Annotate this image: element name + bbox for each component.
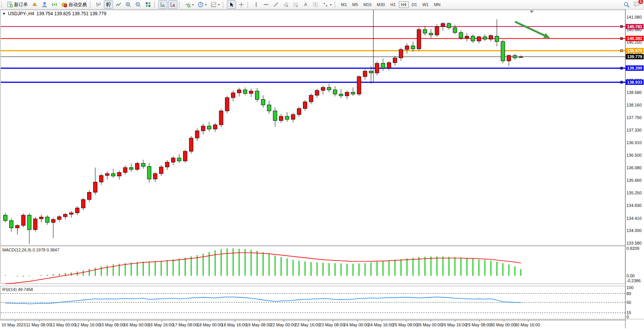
candle-body <box>507 56 511 61</box>
templates-button[interactable]: ▾ <box>209 0 221 9</box>
candle-body <box>159 167 163 173</box>
chart-canvas[interactable] <box>0 10 644 329</box>
zoom-out-icon <box>135 2 141 8</box>
hline-handle[interactable] <box>620 49 623 52</box>
candle-body <box>327 87 331 90</box>
time-label-9: 18 May 16:00 <box>222 323 247 327</box>
candle-body <box>417 30 421 49</box>
ohlc-values: 139.754 139.825 139.751 139.779 <box>37 11 107 16</box>
timeframe-M1[interactable]: M1 <box>339 1 349 8</box>
macd-pane <box>1 246 626 284</box>
hline-handle[interactable] <box>620 81 623 83</box>
notifications-button[interactable]: 1 <box>633 1 641 8</box>
periods-button[interactable]: ▾ <box>196 0 208 9</box>
timeframe-W1[interactable]: W1 <box>420 1 431 8</box>
auto-trading-button[interactable]: 自动交易 <box>60 0 88 9</box>
chart-title: ▼ USDJPY-,H4 139.754 139.825 139.751 139… <box>2 11 106 16</box>
vertical-line-tool-button[interactable] <box>252 0 261 9</box>
timeframe-MN[interactable]: MN <box>432 1 443 8</box>
candle-body <box>333 90 337 94</box>
candle-body <box>225 98 229 111</box>
line-chart-button[interactable] <box>114 0 123 9</box>
text-icon: A <box>303 2 309 8</box>
template-icon <box>210 2 217 8</box>
time-label-6: 16 May 16:00 <box>148 323 174 327</box>
cursor-tool-button[interactable] <box>227 0 236 9</box>
time-label-3: 12 May 16:00 <box>75 323 100 327</box>
time-label-7: 17 May 08:00 <box>172 323 198 327</box>
price-tick-137.330: 137.330 <box>626 128 642 132</box>
toolbar-grip <box>179 2 182 8</box>
candle-body <box>285 116 289 119</box>
hline-handle[interactable] <box>620 25 623 28</box>
candle-body <box>99 175 103 182</box>
auto-scroll-button[interactable] <box>158 0 167 9</box>
timeframe-M30[interactable]: M30 <box>375 1 387 8</box>
candle-body <box>345 92 349 96</box>
time-label-19: 29 May 08:00 <box>466 323 491 327</box>
text-label-tool-button[interactable]: T <box>311 0 320 9</box>
trendline-tool-button[interactable] <box>271 0 281 9</box>
price-tick-133.580: 133.580 <box>626 241 642 245</box>
bar-chart-button[interactable] <box>94 0 103 9</box>
candle-body <box>57 217 61 219</box>
channel-tool-button[interactable]: E <box>281 0 290 9</box>
gold-icon <box>32 2 38 8</box>
zoom-in-button[interactable] <box>124 0 133 9</box>
candle-body <box>189 138 193 151</box>
text-label-icon: T <box>312 2 319 8</box>
hline-handle[interactable] <box>620 67 623 69</box>
timeframe-H1[interactable]: H1 <box>388 1 398 8</box>
clock-icon <box>198 2 204 8</box>
bottom-strip <box>0 319 644 319</box>
chevron-down-icon: ▾ <box>192 3 194 6</box>
candle-body <box>129 168 133 170</box>
time-label-21: 30 May 16:00 <box>515 323 540 327</box>
tile-windows-button[interactable] <box>143 0 153 9</box>
indicators-button[interactable]: ▾ <box>183 0 195 9</box>
candle-body <box>171 158 175 162</box>
bar-chart-icon <box>96 2 102 8</box>
candle-body <box>27 215 31 230</box>
candle-body <box>375 63 379 73</box>
community-button[interactable] <box>40 0 49 9</box>
person-icon <box>41 2 48 8</box>
new-order-button[interactable]: 新订单 <box>5 0 29 9</box>
candle-body <box>477 37 481 41</box>
time-label-14: 24 May 00:00 <box>344 323 369 327</box>
deposit-button[interactable] <box>30 0 39 9</box>
timeframe-D1[interactable]: D1 <box>410 1 419 8</box>
zoom-out-button[interactable] <box>134 0 143 9</box>
price-tick-137.750: 137.750 <box>626 115 642 120</box>
text-tool-button[interactable]: A <box>301 0 310 9</box>
candle-body <box>339 94 343 96</box>
candlestick-chart-button[interactable] <box>104 0 113 9</box>
candle-body <box>381 63 385 68</box>
timeframe-M15[interactable]: M15 <box>361 1 374 8</box>
candle-body <box>453 28 457 33</box>
signals-button[interactable] <box>50 0 59 9</box>
chart-shift-icon <box>170 2 176 8</box>
cursor-icon <box>228 2 234 8</box>
arrows-tool-button[interactable]: ▾ <box>321 0 333 9</box>
timeframe-M5[interactable]: M5 <box>350 1 360 8</box>
candle-body <box>321 87 325 91</box>
timeframe-H4[interactable]: H4 <box>399 1 409 8</box>
chart-area[interactable]: ▼ USDJPY-,H4 139.754 139.825 139.751 139… <box>0 10 644 329</box>
candle-body <box>489 36 493 40</box>
hline-handle[interactable] <box>620 37 623 40</box>
mt4-window: { "toolbar": { "new_order_label": "新订单",… <box>0 0 644 329</box>
price-tag-139.399: 139.399 <box>626 65 644 71</box>
horizontal-line-tool-button[interactable] <box>261 0 271 9</box>
search-icon[interactable] <box>623 2 630 8</box>
fibonacci-tool-button[interactable]: F <box>291 0 300 9</box>
crosshair-tool-button[interactable] <box>237 0 246 9</box>
price-tick-136.500: 136.500 <box>626 153 642 157</box>
chart-shift-button[interactable] <box>168 0 177 9</box>
candle-body <box>10 221 13 228</box>
rsi-name: RSI(14) <box>2 287 17 292</box>
macd-tick-0.00: 0.00 <box>626 273 634 278</box>
candle-body <box>105 173 109 175</box>
candle-body <box>279 116 283 121</box>
chart-dropdown-icon[interactable]: ▼ <box>2 12 6 16</box>
